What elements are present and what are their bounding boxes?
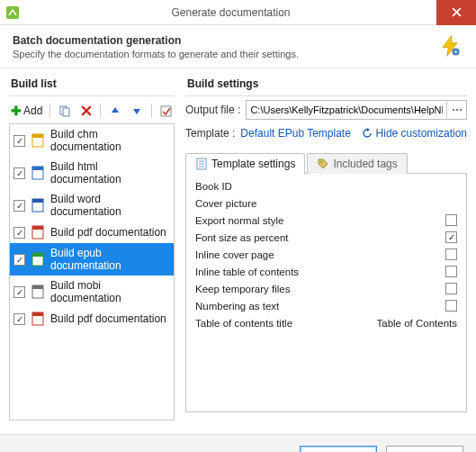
setting-label: Table of contents title [195, 318, 376, 329]
doc-type-icon [31, 312, 45, 326]
move-down-button[interactable] [128, 102, 146, 120]
refresh-icon [362, 128, 373, 139]
add-button[interactable]: ✚ Add [9, 104, 44, 118]
list-item-checkbox[interactable]: ✓ [13, 135, 25, 147]
setting-checkbox[interactable] [445, 283, 457, 294]
delete-button[interactable] [77, 102, 95, 120]
template-icon [195, 158, 208, 170]
plus-icon: ✚ [11, 104, 22, 118]
duplicate-button[interactable] [56, 102, 74, 120]
svg-rect-12 [32, 199, 43, 203]
svg-rect-16 [32, 253, 43, 257]
close-button[interactable] [436, 0, 476, 25]
setting-row: Book ID [192, 177, 461, 194]
list-item-checkbox[interactable]: ✓ [13, 167, 25, 179]
setting-value: Table of Contents [376, 318, 457, 329]
build-list[interactable]: ✓Build chm documentation✓Build html docu… [9, 123, 175, 420]
svg-rect-18 [32, 285, 43, 289]
setting-label: Export normal style [195, 215, 445, 226]
list-item-checkbox[interactable]: ✓ [13, 254, 25, 266]
output-file-input[interactable] [247, 101, 446, 119]
move-up-button[interactable] [106, 102, 124, 120]
setting-label: Numbering as text [195, 301, 445, 312]
setting-label: Inline table of contents [195, 267, 445, 277]
list-item[interactable]: ✓Build epub documentation [10, 243, 174, 276]
list-item-label: Build html documentation [50, 160, 170, 185]
list-item[interactable]: ✓Build html documentation [10, 157, 174, 189]
build-settings-title: Build settings [187, 77, 467, 90]
doc-type-icon [31, 252, 45, 267]
browse-button[interactable]: ⋯ [446, 101, 466, 119]
list-item-label: Build chm documentation [50, 128, 170, 153]
list-item-checkbox[interactable]: ✓ [13, 313, 25, 325]
setting-label: Font size as percent [195, 232, 445, 243]
svg-rect-5 [63, 108, 69, 116]
setting-label: Keep temporary files [195, 284, 445, 294]
doc-type-icon [31, 133, 45, 148]
svg-rect-10 [32, 167, 43, 170]
svg-rect-20 [32, 312, 43, 316]
window-title: Generate documentation [25, 6, 436, 19]
app-icon [0, 0, 25, 25]
doc-type-icon [31, 285, 45, 299]
list-item[interactable]: ✓Build pdf documentation [10, 221, 174, 243]
add-label: Add [23, 104, 42, 117]
header-subtitle: Specify the documentation formats to gen… [13, 49, 438, 59]
template-label: Template : [185, 127, 235, 140]
list-item-checkbox[interactable]: ✓ [13, 200, 25, 212]
tab-template-settings[interactable]: Template settings [185, 153, 305, 174]
list-item[interactable]: ✓Build chm documentation [10, 124, 174, 157]
setting-row: Numbering as text [192, 297, 461, 314]
setting-row: Font size as percent✓ [192, 229, 461, 246]
setting-checkbox[interactable] [445, 214, 457, 226]
svg-rect-8 [32, 134, 43, 138]
doc-type-icon [31, 225, 45, 240]
svg-rect-14 [32, 226, 43, 230]
setting-label: Cover picture [195, 198, 457, 209]
setting-label: Inline cover page [195, 249, 445, 260]
setting-label: Book ID [195, 181, 457, 192]
list-item-checkbox[interactable]: ✓ [13, 227, 25, 239]
generate-button[interactable]: Generate [300, 446, 377, 453]
template-link[interactable]: Default EPub Template [240, 127, 351, 140]
tags-icon [317, 158, 329, 170]
wizard-icon [438, 34, 463, 60]
setting-row: Inline table of contents [192, 263, 461, 280]
output-file-label: Output file : [185, 104, 240, 116]
setting-row: Table of contents titleTable of Contents [192, 314, 461, 331]
doc-type-icon [31, 198, 45, 212]
svg-point-3 [454, 50, 457, 53]
list-item[interactable]: ✓Build word documentation [10, 189, 174, 221]
template-settings-panel: Book IDCover pictureExport normal styleF… [185, 174, 467, 412]
close-icon [452, 7, 462, 17]
setting-checkbox[interactable] [445, 266, 457, 277]
svg-point-25 [320, 161, 322, 163]
check-all-button[interactable] [157, 102, 175, 120]
setting-row: Export normal style [192, 212, 461, 229]
build-list-toolbar: ✚ Add [9, 100, 175, 123]
setting-checkbox[interactable] [445, 300, 457, 312]
header-title: Batch documentation generation [13, 34, 438, 47]
list-item[interactable]: ✓Build pdf documentation [10, 308, 174, 330]
setting-row: Cover picture [192, 194, 461, 212]
svg-rect-0 [6, 6, 19, 19]
list-item[interactable]: ✓Build mobi documentation [10, 276, 174, 308]
build-list-title: Build list [11, 77, 175, 90]
cancel-button[interactable]: Cancel [386, 446, 463, 453]
doc-type-icon [31, 166, 45, 180]
list-item-label: Build pdf documentation [50, 312, 166, 325]
setting-checkbox[interactable]: ✓ [445, 231, 457, 243]
setting-checkbox[interactable] [445, 249, 457, 260]
list-item-label: Build mobi documentation [50, 279, 170, 304]
hide-customization-link[interactable]: Hide customization [362, 127, 467, 140]
tab-included-tags[interactable]: Included tags [307, 153, 407, 174]
list-item-label: Build pdf documentation [50, 226, 166, 239]
setting-row: Keep temporary files [192, 280, 461, 297]
list-item-label: Build word documentation [50, 193, 170, 218]
list-item-label: Build epub documentation [50, 247, 170, 272]
setting-row: Inline cover page [192, 246, 461, 263]
list-item-checkbox[interactable]: ✓ [13, 286, 25, 298]
